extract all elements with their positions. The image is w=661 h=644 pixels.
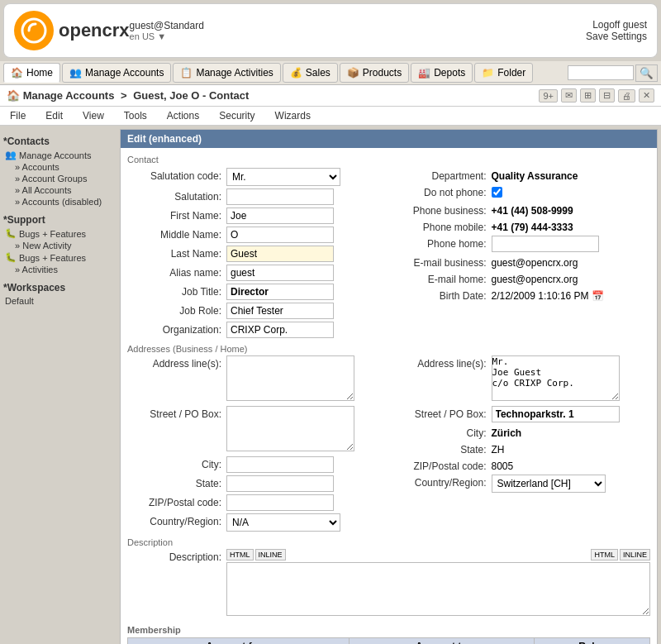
country-field[interactable]: N/A [226, 513, 386, 532]
address-line-textarea[interactable] [226, 355, 354, 401]
job-title-input[interactable] [226, 284, 334, 300]
menu-security[interactable]: Security [216, 108, 258, 123]
nav-search-button[interactable]: 🔍 [635, 64, 658, 82]
country-select[interactable]: N/A [226, 513, 340, 532]
email-home-label: E-mail home: [392, 271, 492, 285]
job-title-field[interactable] [226, 284, 386, 300]
menu-file[interactable]: File [7, 108, 29, 123]
phone-home-row: Phone home: [392, 236, 651, 252]
home-icon: 🏠 [11, 67, 23, 79]
phone-home-field[interactable] [492, 236, 651, 252]
middle-name-field[interactable] [226, 227, 386, 243]
last-name-field[interactable] [226, 246, 386, 262]
street-po-home-input[interactable] [492, 406, 620, 422]
sidebar-link-accounts[interactable]: Accounts [15, 161, 117, 173]
membership-table: Account from Account to Roles [127, 637, 650, 644]
sidebar-item-manage-accounts[interactable]: 👥 Manage Accounts [3, 149, 117, 161]
sidebar-link-account-groups[interactable]: Account Groups [15, 173, 117, 184]
email-icon[interactable]: ✉ [561, 88, 577, 103]
calendar-icon[interactable]: 📅 [592, 290, 604, 302]
desc-html-btn[interactable]: HTML [226, 549, 254, 561]
address-line-home-field[interactable]: Mr. Joe Guest c/o CRIXP Corp. [492, 355, 651, 403]
salutation-code-select[interactable]: Mr. Ms. Dr. [226, 168, 340, 186]
menu-tools[interactable]: Tools [121, 108, 150, 123]
menubar: File Edit View Tools Actions Security Wi… [0, 107, 661, 126]
sidebar-item-bugs-features2[interactable]: 🐛 Bugs + Features [3, 251, 117, 264]
city-input[interactable] [226, 456, 334, 473]
job-title-label: Job Title: [127, 284, 226, 298]
job-role-field[interactable] [226, 303, 386, 319]
desc-inline-btn2[interactable]: INLINE [620, 549, 650, 561]
minimize-icon[interactable]: ⊟ [599, 88, 615, 103]
address-line-home-textarea[interactable]: Mr. Joe Guest c/o CRIXP Corp. [492, 355, 620, 401]
state-input[interactable] [226, 475, 334, 492]
nav-folder[interactable]: 📁 Folder [474, 63, 533, 83]
breadcrumb-path[interactable]: Manage Accounts [23, 89, 115, 102]
sidebar-link-all-accounts[interactable]: All Accounts [15, 184, 117, 196]
middle-name-input[interactable] [226, 227, 334, 243]
street-po-textarea[interactable] [226, 406, 354, 451]
desc-html-btn2[interactable]: HTML [591, 549, 618, 561]
sidebar-item-default[interactable]: Default [3, 295, 117, 307]
alias-field[interactable] [226, 265, 386, 281]
salutation-field[interactable] [226, 188, 386, 205]
phone-home-input[interactable] [492, 236, 599, 252]
first-name-input[interactable] [226, 208, 334, 224]
first-name-field[interactable] [226, 208, 386, 224]
do-not-phone-checkbox[interactable] [492, 187, 502, 198]
salutation-code-row: Salutation code: Mr. Ms. Dr. [127, 168, 386, 186]
street-po-field[interactable] [226, 406, 386, 454]
street-po-home-field[interactable] [492, 406, 651, 422]
do-not-phone-field[interactable] [492, 184, 651, 200]
nav-manage-activities[interactable]: 📋 Manage Activities [173, 63, 280, 83]
menu-actions[interactable]: Actions [164, 108, 202, 123]
description-textarea[interactable] [226, 562, 650, 616]
zip-field[interactable] [226, 494, 386, 511]
save-settings-link[interactable]: Save Settings [586, 31, 647, 42]
sidebar-link-accounts-disabled[interactable]: Accounts (disabled) [15, 196, 117, 208]
sidebar-link-activities[interactable]: Activities [15, 264, 117, 275]
job-role-input[interactable] [226, 303, 334, 319]
nav-sales[interactable]: 💰 Sales [283, 63, 338, 83]
nav-products[interactable]: 📦 Products [340, 63, 409, 83]
form-right-col: Department: Quality Assurance Do not pho… [392, 168, 651, 341]
zip-input[interactable] [226, 494, 334, 511]
nav-manage-accounts[interactable]: 👥 Manage Accounts [62, 63, 171, 83]
organization-input[interactable] [226, 322, 334, 338]
organization-field[interactable] [226, 322, 386, 338]
desc-inline-btn[interactable]: INLINE [255, 549, 286, 561]
address-left-col: Address line(s): Street / PO Box: City: [127, 355, 392, 534]
print-icon[interactable]: 🖨 [618, 89, 635, 103]
nav-search-input[interactable] [568, 65, 634, 80]
address-line-field[interactable] [226, 355, 386, 403]
sidebar-link-new-activity[interactable]: New Activity [15, 240, 117, 251]
maximize-icon[interactable]: ⊞ [580, 88, 596, 103]
breadcrumb-sep: > [121, 89, 127, 102]
breadcrumb-current: Guest, Joe O - Contact [133, 89, 249, 102]
nav-depots[interactable]: 🏭 Depots [411, 63, 473, 83]
zip-home-row: ZIP/Postal code: 8005 [392, 458, 651, 472]
sidebar-item-bugs-features[interactable]: 🐛 Bugs + Features [3, 227, 117, 240]
state-field[interactable] [226, 475, 386, 492]
city-field[interactable] [226, 456, 386, 473]
menu-view[interactable]: View [79, 108, 107, 123]
edit-header: Edit (enhanced) [121, 130, 657, 148]
nav-home[interactable]: 🏠 Home [3, 63, 60, 83]
menu-wizards[interactable]: Wizards [272, 108, 314, 123]
menu-edit[interactable]: Edit [42, 108, 66, 123]
last-name-input[interactable] [226, 246, 334, 262]
salutation-input[interactable] [226, 188, 334, 205]
zip-home-label: ZIP/Postal code: [392, 458, 492, 472]
lang-dropdown-icon[interactable]: ▼ [157, 31, 166, 41]
close-icon[interactable]: ✕ [639, 88, 654, 103]
city-home-label: City: [392, 425, 492, 439]
state-home-label: State: [392, 441, 492, 456]
contact-section-label: Contact [127, 155, 650, 165]
logoff-link[interactable]: Logoff guest [586, 19, 647, 31]
country-home-field[interactable]: Switzerland [CH] [492, 475, 651, 493]
nav-products-label: Products [363, 67, 402, 79]
country-home-select[interactable]: Switzerland [CH] [492, 475, 606, 493]
alias-input[interactable] [226, 265, 334, 281]
header-lang[interactable]: en US ▼ [130, 31, 204, 41]
salutation-code-field[interactable]: Mr. Ms. Dr. [226, 168, 386, 186]
